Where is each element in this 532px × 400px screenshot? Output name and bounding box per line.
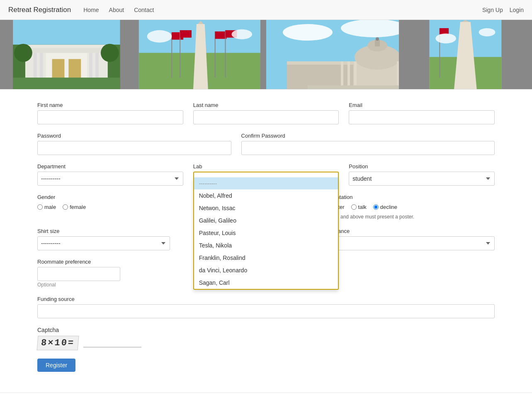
captcha-area: 8×10=: [37, 336, 495, 350]
funding-source-input[interactable]: [37, 304, 495, 318]
row-dept-lab-pos: Department ---------- Lab ---------- ---…: [37, 163, 495, 186]
footer: © 2017 Keri & Saltzman Productions: [0, 393, 532, 400]
gender-male-option[interactable]: male: [37, 204, 56, 210]
navbar: Retreat Registration Home About Contact …: [0, 0, 532, 20]
last-name-label: Last name: [193, 102, 339, 108]
register-button-container: Register: [37, 359, 495, 372]
department-label: Department: [37, 163, 183, 170]
gender-group: Gender male female: [37, 194, 170, 212]
presentation-talk-radio[interactable]: [351, 204, 357, 210]
svg-point-26: [147, 30, 172, 43]
confirm-password-label: Confirm Password: [241, 133, 495, 139]
hero-image-4: [399, 20, 532, 89]
navbar-brand: Retreat Registration: [8, 6, 71, 14]
svg-rect-10: [13, 20, 120, 45]
attendance-group: Attendance both day 1 only day 2 only: [322, 228, 495, 250]
attendance-select[interactable]: both day 1 only day 2 only: [322, 236, 495, 250]
lab-label: Lab: [193, 163, 339, 170]
lab-dropdown-list: ---------- Nobel, Alfred Netwon, Issac G…: [193, 177, 339, 290]
position-label: Position: [349, 163, 495, 170]
presentation-talk-option[interactable]: talk: [351, 204, 367, 210]
roommate-input[interactable]: [37, 267, 120, 281]
password-input[interactable]: [37, 141, 231, 155]
captcha-input[interactable]: [83, 339, 141, 347]
svg-point-29: [283, 24, 333, 41]
svg-point-53: [436, 34, 457, 44]
gender-female-radio[interactable]: [63, 204, 68, 210]
shirt-size-label: Shirt size: [37, 228, 170, 234]
svg-rect-9: [29, 48, 104, 53]
presentation-decline-option[interactable]: decline: [373, 204, 397, 210]
lab-option-5[interactable]: Franklin, Rosalind: [194, 252, 338, 264]
svg-rect-42: [354, 61, 357, 89]
navbar-links: Home About Contact: [83, 7, 482, 13]
hero-banner: [0, 20, 532, 90]
presentation-decline-radio[interactable]: [373, 204, 379, 210]
lab-option-2[interactable]: Galilei, Galileo: [194, 214, 338, 227]
svg-rect-46: [308, 85, 399, 89]
presentation-decline-label: decline: [380, 204, 397, 210]
last-name-input[interactable]: [193, 110, 339, 124]
svg-rect-13: [13, 78, 120, 89]
shirt-size-group: Shirt size ---------- XS S M L XL XXL: [37, 228, 170, 250]
svg-point-54: [479, 28, 496, 36]
first-name-input[interactable]: [37, 110, 183, 124]
lab-option-placeholder[interactable]: ----------: [194, 177, 338, 189]
position-group: Position student postdoc faculty staff: [349, 163, 495, 186]
confirm-password-group: Confirm Password: [241, 133, 495, 155]
department-group: Department ----------: [37, 163, 183, 186]
svg-point-11: [14, 44, 32, 62]
svg-rect-41: [347, 61, 350, 89]
last-name-group: Last name: [193, 102, 339, 124]
nav-about[interactable]: About: [109, 7, 124, 13]
lab-option-3[interactable]: Pasteur, Louis: [194, 227, 338, 239]
lab-group: Lab ---------- ---------- Nobel, Alfred …: [193, 163, 339, 186]
lab-option-0[interactable]: Nobel, Alfred: [194, 189, 338, 202]
captcha-section: Captcha 8×10=: [37, 327, 495, 350]
shirt-size-select[interactable]: ---------- XS S M L XL XXL: [37, 236, 170, 250]
department-select[interactable]: ----------: [37, 172, 183, 186]
lab-option-6[interactable]: da Vinci, Leonardo: [194, 264, 338, 276]
svg-rect-21: [180, 30, 192, 38]
hero-image-3: [266, 20, 399, 89]
svg-rect-5: [34, 51, 37, 82]
nav-home[interactable]: Home: [83, 7, 99, 13]
password-group: Password: [37, 133, 231, 155]
svg-rect-36: [375, 40, 380, 46]
nav-contact[interactable]: Contact: [134, 7, 154, 13]
svg-rect-7: [89, 51, 92, 82]
svg-rect-23: [215, 32, 226, 39]
lab-option-1[interactable]: Netwon, Issac: [194, 202, 338, 214]
funding-source-label: Funding source: [37, 296, 495, 302]
funding-source-group: Funding source: [37, 296, 495, 318]
svg-point-37: [376, 37, 379, 41]
login-link[interactable]: Login: [510, 7, 524, 13]
first-name-group: First name: [37, 102, 183, 124]
svg-rect-52: [440, 28, 449, 34]
presentation-label: Presentation: [322, 194, 495, 200]
svg-rect-8: [95, 51, 99, 82]
row-name-email: First name Last name Email: [37, 102, 495, 124]
row-password: Password Confirm Password: [37, 133, 495, 155]
gender-radio-group: male female: [37, 204, 170, 212]
lab-option-7[interactable]: Sagan, Carl: [194, 276, 338, 289]
position-select[interactable]: student postdoc faculty staff: [349, 172, 495, 186]
svg-rect-6: [40, 51, 43, 82]
lab-option-4[interactable]: Tesla, Nikola: [194, 239, 338, 252]
svg-point-12: [101, 44, 119, 62]
first-name-label: First name: [37, 102, 183, 108]
presentation-radio-group: poster talk decline: [322, 204, 495, 212]
svg-rect-40: [341, 61, 343, 89]
gender-male-radio[interactable]: [37, 204, 43, 210]
register-button[interactable]: Register: [37, 359, 75, 372]
confirm-password-input[interactable]: [241, 141, 495, 155]
navbar-right: Sign Up Login: [482, 7, 524, 13]
presentation-talk-label: talk: [358, 204, 367, 210]
gender-female-option[interactable]: female: [63, 204, 86, 210]
gender-label: Gender: [37, 194, 170, 200]
signup-link[interactable]: Sign Up: [482, 7, 503, 13]
gender-male-label: male: [44, 204, 56, 210]
email-group: Email: [349, 102, 495, 124]
email-label: Email: [349, 102, 495, 108]
email-input[interactable]: [349, 110, 495, 124]
